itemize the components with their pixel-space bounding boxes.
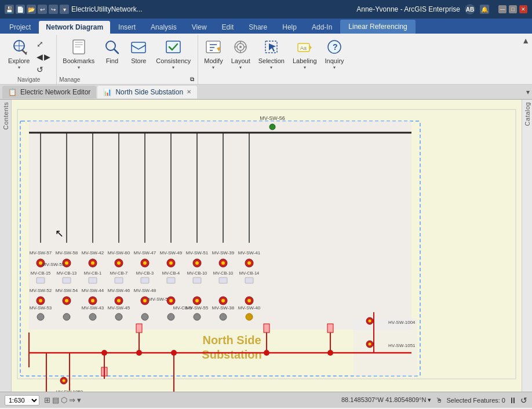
more-icon[interactable]: ▾ — [60, 5, 69, 14]
zoom-control[interactable]: 1:630 1:1000 1:500 — [5, 395, 39, 406]
tab-linear-referencing[interactable]: Linear Referencing — [340, 20, 415, 34]
selection-button[interactable]: Selection ▾ — [255, 36, 288, 72]
minimize-button[interactable]: — — [498, 5, 507, 13]
tab-insert[interactable]: Insert — [111, 21, 143, 34]
layout-icon — [231, 38, 250, 56]
nav-expand-button[interactable]: ⤢ — [34, 38, 53, 50]
svg-point-107 — [195, 261, 199, 265]
north-substation-label: North Side Substation — [115, 88, 183, 96]
svg-point-59 — [65, 299, 68, 302]
svg-point-161 — [369, 320, 371, 323]
svg-point-103 — [167, 313, 174, 320]
explore-label: Explore — [8, 57, 30, 65]
svg-point-83 — [115, 313, 122, 320]
svg-point-39 — [269, 124, 275, 130]
arrow-icon[interactable]: ⇒ — [69, 396, 75, 404]
nav-extra-button[interactable]: ↺ — [34, 64, 53, 75]
modify-icon — [204, 38, 223, 56]
labeling-button[interactable]: Aa Labeling ▾ — [289, 36, 320, 72]
svg-point-60 — [63, 313, 70, 320]
modify-button[interactable]: Modify ▾ — [201, 36, 226, 72]
nav-back-button[interactable]: ◀ ▶ — [34, 51, 53, 63]
layout-button[interactable]: Layout ▾ — [228, 36, 254, 72]
find-button[interactable]: Find — [99, 36, 125, 67]
save-icon[interactable]: 💾 — [5, 5, 14, 14]
grid-icon[interactable]: ⊞ — [44, 396, 50, 404]
map-canvas[interactable]: MV-SW-56 MV-SW-57 MV-CB-15 MV-SW-52 MV-S… — [12, 100, 522, 392]
user-label: Anne-Yvonne - ArcGIS Enterprise — [356, 5, 460, 13]
expand-icon: ⤢ — [37, 39, 43, 49]
svg-text:HV-SW-1051: HV-SW-1051 — [388, 343, 416, 348]
svg-point-132 — [247, 299, 251, 302]
ribbon-collapse-button[interactable]: ▲ — [522, 36, 530, 45]
svg-rect-67 — [89, 277, 97, 283]
explore-button[interactable]: Explore ▾ — [5, 36, 33, 72]
statusbar-icons: ⊞ ▤ ⬡ ⇒ ▾ — [44, 396, 81, 404]
svg-text:MV-SW-39: MV-SW-39 — [212, 250, 235, 255]
tab-addin[interactable]: Add-In — [305, 21, 339, 34]
redo-icon[interactable]: ↪ — [49, 5, 58, 14]
store-button[interactable]: Store — [126, 36, 151, 67]
inquiry-button[interactable]: ? Inquiry ▾ — [322, 36, 348, 72]
refresh-icon[interactable]: ↺ — [520, 396, 527, 405]
svg-text:MV-SW-41: MV-SW-41 — [238, 250, 261, 255]
undo-icon[interactable]: ↩ — [38, 5, 47, 14]
tab-north-substation[interactable]: 📊 North Side Substation ✕ — [97, 86, 197, 98]
svg-point-134 — [246, 313, 253, 320]
svg-rect-12 — [132, 42, 145, 53]
maximize-button[interactable]: □ — [509, 5, 517, 13]
labeling-label: Labeling — [293, 57, 317, 65]
svg-text:MV-SW-45: MV-SW-45 — [108, 305, 130, 311]
manage-content: Bookmarks ▾ Find — [59, 36, 194, 75]
open-icon[interactable]: 📂 — [27, 5, 36, 14]
tab-analysis[interactable]: Analysis — [144, 21, 184, 34]
coord-dropdown-icon[interactable]: ▾ — [428, 396, 431, 403]
svg-text:Substation: Substation — [202, 348, 261, 361]
consistency-label: Consistency — [156, 57, 191, 65]
notification-icon[interactable]: 🔔 — [480, 5, 489, 14]
north-substation-icon: 📊 — [103, 88, 112, 96]
tabs-overflow-button[interactable]: ▾ — [526, 88, 530, 96]
svg-point-87 — [143, 261, 147, 265]
pause-icon[interactable]: ⏸ — [509, 396, 517, 405]
catalog-label: Catalog — [524, 102, 531, 126]
svg-point-72 — [89, 313, 96, 320]
inquiry-icon: ? — [325, 38, 344, 56]
svg-text:MV-CB-3: MV-CB-3 — [136, 271, 154, 276]
network-icon[interactable]: ⬡ — [61, 396, 67, 404]
electric-editor-icon: 📋 — [8, 88, 17, 96]
new-icon[interactable]: 📄 — [16, 5, 25, 14]
svg-rect-7 — [75, 42, 83, 43]
svg-text:MV-SW-47: MV-SW-47 — [134, 250, 156, 255]
tab-share[interactable]: Share — [242, 21, 274, 34]
bookmarks-button[interactable]: Bookmarks ▾ — [59, 36, 98, 72]
bookmarks-icon — [70, 38, 88, 56]
inquiry-label: Inquiry — [325, 57, 344, 65]
tab-help[interactable]: Help — [275, 21, 304, 34]
user-avatar[interactable]: AB — [465, 4, 475, 14]
coord-text: 88.1485307°W 41.8054809°N — [341, 396, 426, 403]
consistency-button[interactable]: Consistency ▾ — [152, 36, 194, 72]
svg-point-113 — [194, 313, 201, 320]
manage-expand-icon[interactable]: ⧉ — [190, 76, 194, 83]
svg-text:MV-CB-14: MV-CB-14 — [239, 271, 260, 276]
tab-project[interactable]: Project — [2, 21, 38, 34]
svg-point-65 — [91, 261, 94, 265]
tab-network-diagram[interactable]: Network Diagram — [39, 21, 110, 34]
tab-edit[interactable]: Edit — [215, 21, 241, 34]
expand-icon[interactable]: ▾ — [77, 396, 81, 404]
selection-icon — [262, 38, 280, 56]
close-button[interactable]: ✕ — [519, 5, 527, 13]
tab-electric-editor[interactable]: 📋 Electric Network Editor — [2, 86, 96, 98]
svg-marker-29 — [309, 45, 312, 50]
svg-text:MV-CB-1: MV-CB-1 — [84, 271, 101, 276]
tab-view[interactable]: View — [185, 21, 214, 34]
tools-content: Modify ▾ Layout ▾ — [201, 36, 347, 82]
svg-text:MV-SW-54: MV-SW-54 — [56, 288, 78, 293]
close-tab-icon[interactable]: ✕ — [187, 89, 191, 95]
zoom-select[interactable]: 1:630 1:1000 1:500 — [5, 395, 39, 406]
svg-point-168 — [171, 350, 177, 356]
table-icon[interactable]: ▤ — [52, 396, 59, 404]
svg-text:North Side: North Side — [202, 334, 261, 346]
svg-rect-14 — [206, 41, 220, 53]
